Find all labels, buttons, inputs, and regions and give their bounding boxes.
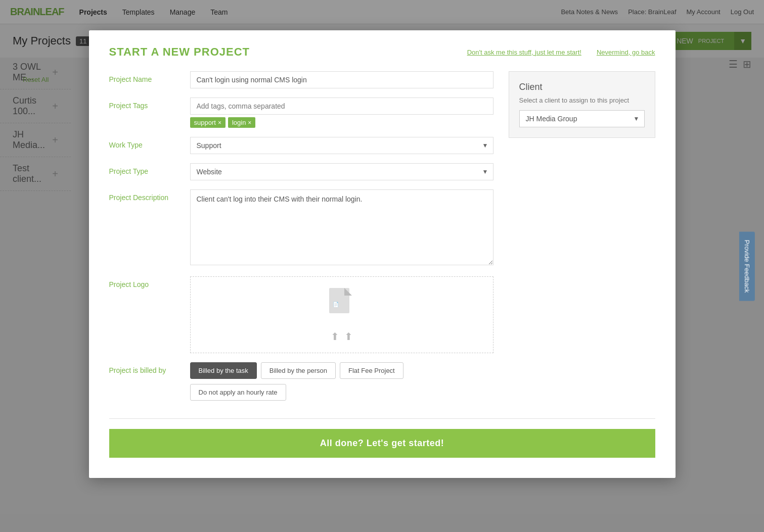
project-logo-label: Project Logo — [109, 276, 190, 288]
tags-container: support × login × — [190, 117, 493, 128]
client-box: Client Select a client to assign to this… — [509, 71, 655, 138]
billing-flat-fee-button[interactable]: Flat Fee Project — [340, 362, 403, 379]
upload-arrow-2: ⬆ — [344, 330, 353, 343]
billing-top-buttons: Billed by the task Billed by the person … — [190, 362, 403, 379]
work-type-label: Work Type — [109, 137, 190, 149]
modal-header: START A NEW PROJECT Don't ask me this st… — [109, 45, 655, 59]
client-select-wrapper: JH Media Group 3 OWL Media Curtis 100 Te… — [519, 110, 645, 127]
billing-secondary-container: Do not apply an hourly rate — [190, 384, 403, 401]
project-type-label: Project Type — [109, 163, 190, 175]
client-subtitle: Select a client to assign to this projec… — [519, 96, 645, 104]
logo-upload-area[interactable]: 📄 ⬆ ⬆ — [190, 276, 493, 353]
work-type-field: Support Development Design Consulting — [190, 137, 493, 154]
skip-link[interactable]: Don't ask me this stuff, just let me sta… — [467, 49, 581, 56]
modal-left-column: Project Name Project Tags support × — [109, 71, 493, 408]
modal-right-column: Client Select a client to assign to this… — [509, 71, 655, 408]
billing-by-person-button[interactable]: Billed by the person — [261, 362, 336, 379]
project-name-row: Project Name — [109, 71, 493, 88]
modal-title: START A NEW PROJECT — [109, 45, 250, 59]
cancel-link[interactable]: Nevermind, go back — [597, 49, 655, 56]
project-tags-label: Project Tags — [109, 98, 190, 110]
project-type-row: Project Type Website Mobile App Desktop … — [109, 163, 493, 180]
work-type-row: Work Type Support Development Design Con… — [109, 137, 493, 154]
new-project-modal: START A NEW PROJECT Don't ask me this st… — [89, 30, 676, 478]
tag-login-remove[interactable]: × — [248, 119, 251, 126]
modal-overlay: START A NEW PROJECT Don't ask me this st… — [0, 0, 764, 532]
modal-divider — [109, 418, 655, 419]
client-title: Client — [519, 82, 645, 92]
upload-file-icon: 📄 — [327, 287, 357, 326]
billing-buttons: Billed by the task Billed by the person … — [190, 362, 403, 401]
project-type-field: Website Mobile App Desktop App Other — [190, 163, 493, 180]
billing-by-task-button[interactable]: Billed by the task — [190, 362, 257, 379]
project-description-row: Project Description Client can't log int… — [109, 189, 493, 267]
project-description-textarea[interactable]: Client can't log into their CMS with the… — [190, 189, 493, 265]
tag-login: login × — [228, 117, 255, 128]
project-name-label: Project Name — [109, 71, 190, 83]
project-tags-row: Project Tags support × login × — [109, 98, 493, 128]
billing-row: Project is billed by Billed by the task … — [109, 362, 493, 401]
project-name-field — [190, 71, 493, 88]
feedback-tab[interactable]: Provide Feedback — [739, 231, 755, 301]
tag-support: support × — [190, 117, 226, 128]
project-type-select[interactable]: Website Mobile App Desktop App Other — [190, 163, 493, 180]
project-name-input[interactable] — [190, 71, 493, 88]
tag-support-remove[interactable]: × — [218, 119, 221, 126]
modal-header-links: Don't ask me this stuff, just let me sta… — [467, 49, 655, 56]
submit-button[interactable]: All done? Let's get started! — [109, 429, 655, 458]
work-type-select[interactable]: Support Development Design Consulting — [190, 137, 493, 154]
project-logo-field: 📄 ⬆ ⬆ — [190, 276, 493, 353]
svg-text:📄: 📄 — [333, 301, 339, 308]
billing-label: Project is billed by — [109, 362, 190, 374]
client-select[interactable]: JH Media Group 3 OWL Media Curtis 100 Te… — [519, 110, 645, 127]
upload-arrow-1: ⬆ — [331, 330, 339, 343]
billing-no-hourly-button[interactable]: Do not apply an hourly rate — [190, 384, 286, 401]
project-logo-row: Project Logo 📄 ⬆ — [109, 276, 493, 353]
upload-arrows: ⬆ ⬆ — [331, 330, 353, 343]
project-tags-field: support × login × — [190, 98, 493, 128]
project-description-field: Client can't log into their CMS with the… — [190, 189, 493, 267]
project-description-label: Project Description — [109, 189, 190, 202]
modal-body: Project Name Project Tags support × — [109, 71, 655, 408]
project-tags-input[interactable] — [190, 98, 493, 115]
